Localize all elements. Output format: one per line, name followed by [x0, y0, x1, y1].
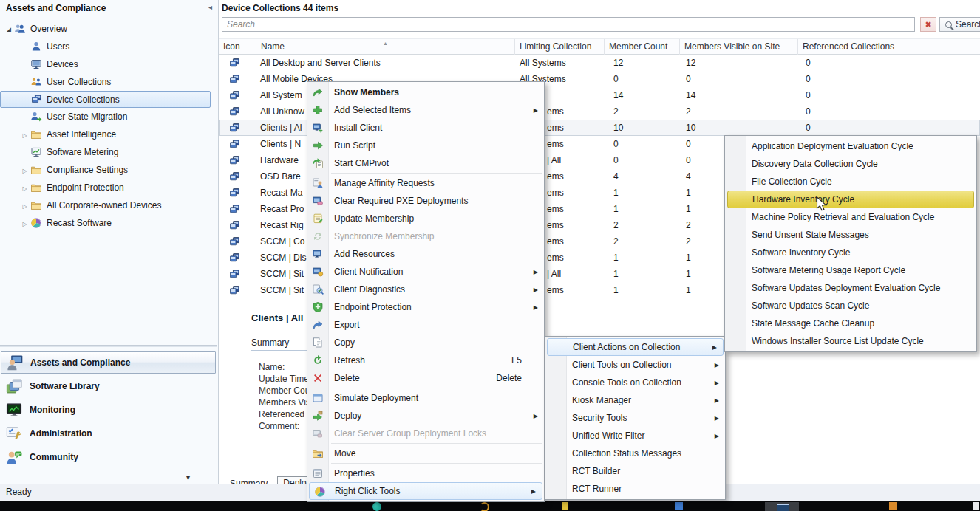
search-input[interactable]	[222, 17, 915, 32]
sidebar-item-recast-software[interactable]: Recast Software	[0, 214, 217, 232]
menu-item-security-tools[interactable]: Security Tools	[545, 409, 725, 427]
sidebar-item-user-collections[interactable]: User Collections	[0, 73, 217, 91]
menu-item-right-click-tools[interactable]: Right Click Tools	[309, 482, 542, 500]
cell-member-count: 2	[613, 103, 619, 120]
menu-item-application-deployment-evaluation-cycle[interactable]: Application Deployment Evaluation Cycle	[725, 137, 976, 155]
sidebar-item-devices[interactable]: Devices	[0, 55, 217, 73]
menu-item-run-script[interactable]: Run Script	[307, 137, 544, 154]
menu-item-copy[interactable]: Copy	[307, 334, 544, 351]
tree-expand-icon[interactable]	[19, 218, 30, 228]
menu-item-unified-write-filter[interactable]: Unified Write Filter	[545, 427, 725, 445]
menu-item-client-tools-on-collection[interactable]: Client Tools on Collection	[545, 356, 725, 374]
menu-item-deploy[interactable]: Deploy	[307, 407, 544, 425]
menu-item-send-unsent-state-messages[interactable]: Send Unsent State Messages	[725, 226, 976, 244]
menu-item-install-client[interactable]: Install Client	[307, 119, 544, 137]
sidebar-item-users[interactable]: Users	[0, 38, 217, 55]
menu-item-start-cmpivot[interactable]: Start CMPivot	[307, 154, 544, 172]
tree-expand-icon[interactable]	[19, 129, 30, 140]
menu-item-export[interactable]: Export	[307, 316, 544, 334]
cell-members-visible: 1	[686, 250, 691, 266]
windows-taskbar	[0, 501, 980, 511]
menu-item-kiosk-manager[interactable]: Kiosk Manager	[545, 391, 725, 409]
workspace-button-community[interactable]: Community	[1, 446, 216, 468]
column-header-limiting-collection[interactable]: Limiting Collection	[515, 39, 605, 55]
yellow-app-icon[interactable]	[562, 502, 568, 510]
menu-item-update-membership[interactable]: Update Membership	[307, 210, 544, 227]
orange-app-icon[interactable]	[889, 502, 897, 510]
search-button[interactable]: Search	[939, 17, 980, 32]
workspace-button-monitoring[interactable]: Monitoring	[1, 399, 216, 421]
menu-item-delete[interactable]: DeleteDelete	[307, 369, 544, 387]
submenu-arrow-icon	[712, 344, 717, 351]
sidebar-item-label: Compliance Settings	[47, 165, 128, 175]
menu-item-simulate-deployment[interactable]: Simulate Deployment	[307, 389, 544, 407]
table-row[interactable]: All Desktop and Server ClientsAll System…	[219, 55, 980, 71]
menu-item-properties[interactable]: Properties	[307, 464, 544, 482]
sidebar-item-compliance-settings[interactable]: Compliance Settings	[0, 161, 217, 179]
workspace-button-administration[interactable]: Administration	[1, 422, 216, 445]
menu-item-rct-runner[interactable]: RCT Runner	[545, 480, 725, 498]
menu-item-software-metering-usage-report-cycle[interactable]: Software Metering Usage Report Cycle	[725, 261, 976, 279]
menu-item-move[interactable]: Move	[307, 445, 544, 462]
menu-item-label: Right Click Tools	[335, 486, 400, 496]
sidebar-item-asset-intelligence[interactable]: Asset Intelligence	[0, 126, 217, 143]
cell-member-count: 1	[613, 201, 619, 217]
menu-item-software-updates-deployment-evaluation-cycle[interactable]: Software Updates Deployment Evaluation C…	[725, 279, 976, 297]
menu-item-software-updates-scan-cycle[interactable]: Software Updates Scan Cycle	[725, 297, 976, 315]
column-header-icon[interactable]: Icon	[219, 39, 256, 55]
workspace-button-assets-and-compliance[interactable]: Assets and Compliance	[1, 351, 216, 374]
menu-item-state-message-cache-cleanup[interactable]: State Message Cache Cleanup	[725, 315, 976, 332]
menu-item-show-members[interactable]: Show Members	[307, 83, 544, 101]
tree-expand-icon[interactable]	[19, 165, 30, 175]
tree-collapse-icon[interactable]	[3, 24, 14, 34]
column-header-member-count[interactable]: Member Count	[605, 39, 680, 55]
menu-item-rct-builder[interactable]: RCT Builder	[545, 462, 725, 480]
blue-app-icon[interactable]	[675, 502, 683, 510]
collection-icon-cell	[229, 220, 240, 233]
menu-item-add-resources[interactable]: Add Resources	[307, 245, 544, 263]
sidebar-item-user-state-migration[interactable]: User State Migration	[0, 108, 217, 126]
menu-item-hardware-inventory-cycle[interactable]: Hardware Inventory Cycle	[727, 191, 974, 208]
white-app-icon[interactable]	[973, 502, 979, 510]
menu-item-manage-affinity-requests[interactable]: Manage Affinity Requests	[307, 174, 544, 192]
menu-item-console-tools-on-collection[interactable]: Console Tools on Collection	[545, 374, 725, 391]
menu-item-windows-installer-source-list-update-cycle[interactable]: Windows Installer Source List Update Cyc…	[725, 332, 976, 350]
tree-expand-icon[interactable]	[19, 182, 30, 193]
sidebar-item-device-collections[interactable]: Device Collections	[0, 91, 211, 108]
cell-name: Hardware	[260, 152, 299, 168]
menu-item-collection-status-messages[interactable]: Collection Status Messages	[545, 445, 725, 462]
sidebar-item-overview[interactable]: Overview	[0, 20, 217, 38]
cell-member-count: 12	[613, 55, 623, 71]
column-header-name[interactable]: Name	[256, 39, 515, 55]
sidebar-item-all-corporate-owned-devices[interactable]: All Corporate-owned Devices	[0, 196, 217, 214]
sidebar-item-label: Recast Software	[47, 218, 112, 228]
menu-item-refresh[interactable]: RefreshF5	[307, 351, 544, 369]
collapse-pane-icon[interactable]	[208, 3, 212, 11]
menu-item-file-collection-cycle[interactable]: File Collection Cycle	[725, 173, 976, 191]
menu-item-clear-required-pxe-deployments[interactable]: Clear Required PXE Deployments	[307, 192, 544, 210]
menu-item-software-inventory-cycle[interactable]: Software Inventory Cycle	[725, 244, 976, 261]
console-app-icon[interactable]	[765, 502, 799, 511]
gold-app-icon[interactable]	[480, 502, 489, 511]
menu-item-endpoint-protection[interactable]: Endpoint Protection	[307, 298, 544, 316]
menu-item-client-notification[interactable]: Client Notification	[307, 263, 544, 281]
clear-search-button[interactable]	[920, 17, 936, 32]
menu-item-discovery-data-collection-cycle[interactable]: Discovery Data Collection Cycle	[725, 155, 976, 173]
column-header-members-visible-on-site[interactable]: Members Visible on Site	[680, 39, 798, 55]
device-collections-icon	[229, 288, 240, 298]
sidebar-item-software-metering[interactable]: Software Metering	[0, 143, 217, 161]
menu-item-machine-policy-retrieval-and-evaluation-cycle[interactable]: Machine Policy Retrieval and Evaluation …	[725, 208, 976, 226]
submenu-arrow-icon	[534, 107, 538, 114]
teal-app-icon[interactable]	[372, 502, 381, 511]
more-buttons-chevron-icon[interactable]	[186, 473, 190, 481]
menu-item-add-selected-items[interactable]: Add Selected Items	[307, 101, 544, 119]
menu-item-client-diagnostics[interactable]: Client Diagnostics	[307, 281, 544, 298]
sidebar-item-endpoint-protection[interactable]: Endpoint Protection	[0, 179, 217, 196]
menu-item-client-actions-on-collection[interactable]: Client Actions on Collection	[547, 338, 724, 356]
workspace-button-software-library[interactable]: Software Library	[1, 375, 216, 397]
tree-expand-icon[interactable]	[19, 200, 30, 210]
cell-name: All Unknow	[260, 103, 304, 120]
column-header-referenced-collections[interactable]: Referenced Collections	[798, 39, 916, 55]
synchronize-icon	[312, 230, 324, 242]
add-resources-icon	[312, 248, 324, 260]
